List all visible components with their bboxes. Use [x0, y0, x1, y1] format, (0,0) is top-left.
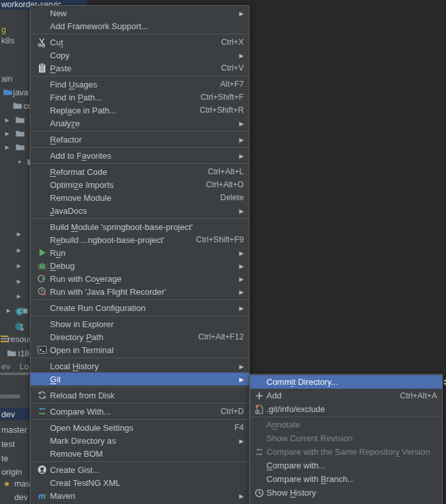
chevron-collapsed-icon[interactable]: ▶ — [17, 263, 21, 269]
chevron-collapsed-icon[interactable]: ▶ — [5, 131, 9, 137]
icon-slot — [253, 377, 265, 387]
menu-item-local-history[interactable]: Local History▶ — [30, 360, 249, 372]
source-folder-icon — [3, 87, 13, 97]
menu-item-creat-testng-xml[interactable]: Creat TestNG XML — [30, 476, 249, 489]
menu-item-compare-with-branch[interactable]: Compare with Branch... — [250, 472, 442, 486]
menu-item-run-with-java-flight-recorder[interactable]: Run with 'Java Flight Recorder'▶ — [30, 285, 249, 298]
branch-item-test[interactable]: test — [0, 438, 30, 450]
menu-item-cut[interactable]: CutCtrl+X — [30, 36, 249, 49]
menu-item-find-in-path[interactable]: Find in Path...Ctrl+Shift+F — [30, 91, 249, 104]
menu-item-replace-in-path[interactable]: Replace in Path...Ctrl+Shift+R — [30, 104, 249, 117]
menu-item-label: Remove BOM — [50, 449, 103, 459]
menu-item-remove-module[interactable]: Remove ModuleDelete — [30, 191, 249, 204]
branch-item-dev[interactable]: dev — [0, 491, 30, 503]
chevron-collapsed-icon[interactable]: ▶ — [17, 247, 21, 253]
menu-item-add-to-favorites[interactable]: Add to Favorites▶ — [30, 149, 249, 162]
chevron-collapsed-icon[interactable]: ▶ — [6, 308, 10, 314]
menu-item-label: Rebuild ...ngboot-base-project' — [50, 235, 165, 245]
folder-icon — [15, 142, 25, 152]
submenu-arrow-icon: ▶ — [228, 119, 244, 128]
tree-item-label: k8s — [1, 36, 14, 45]
menu-item-show-history[interactable]: Show History — [250, 486, 442, 499]
menu-item-debug[interactable]: Debug▶ — [30, 259, 249, 272]
tree-item-label: ev — [1, 361, 10, 371]
branch-item-mast[interactable]: ★mast — [0, 477, 30, 490]
menu-item-commit-directory[interactable]: Commit Directory... — [250, 375, 442, 389]
menu-item-new[interactable]: New▶ — [30, 6, 249, 19]
menu-item-compare-with[interactable]: Compare with... — [250, 459, 442, 472]
submenu-arrow-icon: ▶ — [228, 287, 244, 296]
menu-item-build-module-springboot-base-project[interactable]: Build Module 'springboot-base-project' — [30, 220, 249, 233]
submenu-arrow-icon: ▶ — [228, 261, 244, 270]
tree-item-label: resour — [8, 334, 32, 344]
menu-item-create-gist[interactable]: Create Gist... — [30, 463, 249, 476]
icon-slot — [36, 222, 49, 232]
compare-icon — [36, 406, 49, 417]
menu-item-create-run-configuration[interactable]: Create Run Configuration▶ — [30, 301, 249, 314]
icon-slot — [36, 50, 49, 60]
menu-item-add-framework-support[interactable]: Add Framework Support... — [30, 19, 249, 32]
icon-slot — [36, 332, 49, 342]
menu-item-label: Compare with... — [266, 461, 325, 470]
icon-slot — [36, 118, 49, 128]
menu-item-javadocs[interactable]: JavaDocs▶ — [30, 204, 249, 217]
menu-item-maven[interactable]: mMaven▶ — [30, 489, 249, 502]
chevron-collapsed-icon[interactable]: ▶ — [5, 117, 9, 123]
menu-item-git-info-exclude[interactable]: .git/info/exclude — [250, 402, 442, 416]
submenu-arrow-icon: ▶ — [228, 361, 244, 371]
menu-item-label: Build Module 'springboot-base-project' — [50, 222, 193, 232]
chevron-collapsed-icon[interactable]: ▶ — [17, 231, 21, 237]
submenu-arrow-icon: ▶ — [228, 151, 244, 160]
submenu-arrow-icon: ▶ — [228, 135, 244, 144]
branch-item-origin[interactable]: origin — [0, 466, 30, 478]
menu-item-optimize-imports[interactable]: Optimize ImportsCtrl+Alt+O — [30, 178, 249, 191]
favorite-star-icon: ★ — [3, 479, 10, 488]
menu-item-show-in-explorer[interactable]: Show in Explorer — [30, 317, 249, 330]
menu-item-run[interactable]: Run▶ — [30, 246, 249, 259]
menu-item-remove-bom[interactable]: Remove BOM — [30, 447, 249, 460]
menu-item-find-usages[interactable]: Find UsagesAlt+F7 — [30, 78, 249, 91]
menu-item-rebuild-ngboot-base-project[interactable]: Rebuild ...ngboot-base-project'Ctrl+Shif… — [30, 233, 249, 246]
menu-item-shortcut: F4 — [222, 423, 244, 432]
menu-item-label: Show History — [266, 488, 316, 498]
menu-item-shortcut: Ctrl+Alt+A — [388, 391, 437, 400]
submenu-arrow-icon: ▶ — [228, 8, 244, 17]
menu-item-refactor[interactable]: Refactor▶ — [30, 133, 249, 146]
branch-item-te[interactable]: te — [0, 452, 30, 464]
branch-item-dev[interactable]: dev — [0, 408, 30, 420]
menu-separator — [30, 461, 249, 462]
menu-item-shortcut: Ctrl+X — [209, 38, 244, 47]
menu-item-git[interactable]: Git▶ — [30, 372, 249, 385]
menu-item-mark-directory-as[interactable]: Mark Directory as▶ — [30, 434, 249, 447]
menu-item-label: Copy — [50, 51, 69, 60]
branch-label: test — [1, 439, 15, 449]
menu-item-compare-with[interactable]: Compare With...Ctrl+D — [30, 405, 249, 418]
menu-item-label: Replace in Path... — [50, 106, 117, 115]
scroll-spinner[interactable] — [443, 379, 446, 387]
menu-item-reformat-code[interactable]: Reformat CodeCtrl+Alt+L — [30, 165, 249, 178]
chevron-collapsed-icon[interactable]: ▶ — [17, 293, 21, 299]
chevron-collapsed-icon[interactable]: ▶ — [5, 144, 9, 150]
menu-item-run-with-coverage[interactable]: Run with Coverage▶ — [30, 272, 249, 285]
scrollbar-thumb[interactable] — [0, 395, 20, 398]
menu-separator — [30, 315, 249, 316]
menu-item-label: Add — [266, 391, 281, 400]
submenu-arrow-icon: ▶ — [228, 436, 244, 445]
tree-item-label: Lo — [19, 361, 29, 371]
horizontal-scrollbar[interactable] — [0, 372, 30, 375]
chevron-expanded-icon[interactable]: ▼ — [17, 159, 22, 165]
menu-item-open-module-settings[interactable]: Open Module SettingsF4 — [30, 421, 249, 434]
branch-item-master[interactable]: master — [0, 424, 30, 436]
chevron-collapsed-icon[interactable]: ▶ — [17, 279, 21, 284]
icon-slot — [36, 319, 49, 329]
menu-item-open-in-terminal[interactable]: Open in Terminal — [30, 343, 249, 356]
menu-item-paste[interactable]: PasteCtrl+V — [30, 62, 249, 74]
menu-item-reload-from-disk[interactable]: Reload from Disk — [30, 389, 249, 402]
icon-slot — [36, 192, 49, 203]
menu-item-analyze[interactable]: Analyze▶ — [30, 117, 249, 130]
submenu-arrow-icon: ▶ — [228, 248, 244, 257]
menu-item-directory-path[interactable]: Directory PathCtrl+Alt+F12 — [30, 330, 249, 343]
menu-item-copy[interactable]: Copy▶ — [30, 49, 249, 62]
menu-item-add[interactable]: AddCtrl+Alt+A — [250, 389, 442, 402]
submenu-arrow-icon: ▶ — [228, 491, 244, 500]
